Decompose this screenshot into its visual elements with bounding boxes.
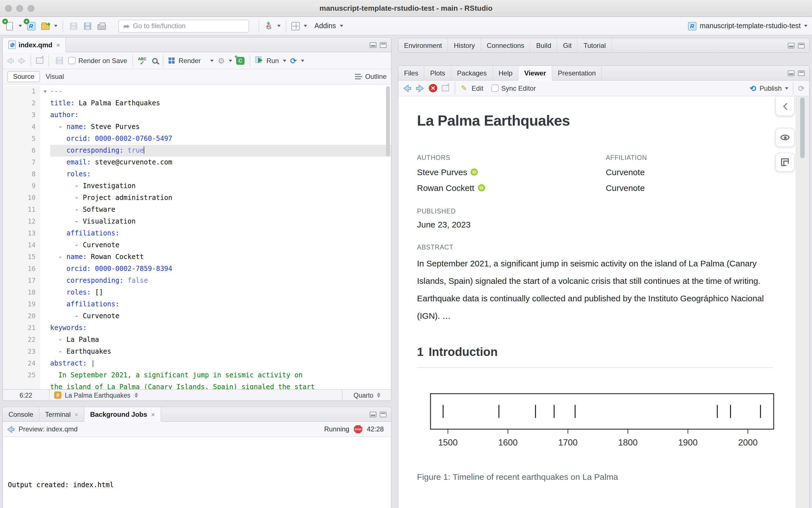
sync-editor-checkbox[interactable]: [491, 84, 498, 92]
forward-icon[interactable]: [18, 57, 25, 64]
tab-plots[interactable]: Plots: [424, 66, 451, 80]
goto-file-input[interactable]: [133, 22, 229, 30]
code-line[interactable]: 18 roles: []: [3, 287, 391, 298]
outline-button[interactable]: Outline: [365, 73, 387, 81]
close-window-icon[interactable]: [5, 5, 12, 12]
code-line[interactable]: 22 - La Palma: [3, 334, 391, 346]
tab-terminal[interactable]: Terminal×: [39, 407, 84, 421]
publish-dropdown[interactable]: [785, 87, 788, 89]
render-button[interactable]: Render: [178, 56, 201, 65]
print-button[interactable]: [96, 21, 107, 31]
addins-dropdown[interactable]: [340, 25, 343, 27]
viewer-back-icon[interactable]: [403, 84, 411, 92]
code-line[interactable]: 16 orcid: 0000-0002-7859-8394: [3, 263, 391, 275]
new-file-dropdown[interactable]: [18, 25, 22, 27]
rerun-dropdown[interactable]: [300, 59, 304, 62]
code-line[interactable]: 17 corresponding: false: [3, 275, 391, 287]
code-line[interactable]: 23 - Earthquakes: [3, 346, 391, 357]
code-line[interactable]: 8 roles:: [3, 168, 391, 180]
options-dropdown[interactable]: [229, 59, 232, 62]
tab-files[interactable]: Files: [398, 66, 424, 80]
insert-chunk-icon[interactable]: C: [236, 56, 245, 65]
back-icon[interactable]: [7, 425, 15, 433]
open-file-button[interactable]: ➜: [40, 21, 50, 31]
save-all-button[interactable]: [82, 21, 92, 31]
stop-icon[interactable]: STOP: [354, 425, 362, 433]
tab-environment[interactable]: Environment: [398, 38, 448, 53]
rerun-icon[interactable]: ⟳: [290, 56, 297, 65]
maximize-pane-icon[interactable]: [798, 70, 805, 76]
code-line[interactable]: 7 email: steve@curvenote.com: [3, 157, 391, 168]
console-output[interactable]: Output created: index.html Watching file…: [3, 437, 391, 508]
tab-git[interactable]: Git: [557, 38, 578, 53]
tab-console[interactable]: Console: [3, 407, 39, 421]
panes-dropdown[interactable]: [304, 25, 307, 27]
goto-file-search[interactable]: ➦: [118, 19, 249, 32]
new-project-button[interactable]: R+: [26, 21, 36, 31]
code-line[interactable]: 19 affiliations:: [3, 298, 391, 310]
minimize-pane-icon[interactable]: [788, 70, 795, 76]
sync-editor-toggle[interactable]: Sync Editor: [491, 84, 536, 92]
section-navigator[interactable]: # La Palma Earthquakes: [49, 390, 342, 400]
doc-format-selector[interactable]: Quarto: [342, 390, 391, 400]
code-line[interactable]: 6 corresponding: true: [3, 145, 391, 157]
addins-menu[interactable]: Addins: [315, 22, 336, 30]
minimize-window-icon[interactable]: [16, 5, 23, 12]
preview-visibility-button[interactable]: [775, 128, 795, 147]
back-icon[interactable]: [7, 57, 14, 64]
stop-viewer-icon[interactable]: ✕: [429, 84, 437, 92]
code-line[interactable]: 1▼---: [3, 86, 391, 97]
code-line[interactable]: 24abstract: |: [3, 357, 391, 370]
code-line[interactable]: 2title: La Palma Earthquakes: [3, 97, 391, 109]
edit-button[interactable]: Edit: [472, 84, 483, 92]
source-mode-button[interactable]: Source: [7, 71, 40, 82]
maximize-pane-icon[interactable]: [380, 412, 387, 417]
code-line[interactable]: 10 - Project administration: [3, 192, 391, 204]
document-preview[interactable]: La Palma Earthquakes AUTHORS AFFILIATION…: [398, 96, 796, 508]
open-in-browser-icon[interactable]: [442, 85, 449, 91]
code-editor[interactable]: 1▼---2title: La Palma Earthquakes3author…: [3, 84, 391, 389]
minimize-pane-icon[interactable]: [370, 42, 376, 48]
window-controls[interactable]: [5, 5, 34, 12]
viewer-scroll-gutter[interactable]: [796, 96, 809, 508]
open-recent-dropdown[interactable]: [54, 25, 57, 27]
maximize-pane-icon[interactable]: [798, 43, 805, 48]
code-line[interactable]: 15 - name: Rowan Cockett: [3, 251, 391, 263]
orcid-icon[interactable]: iD: [471, 168, 478, 176]
run-button[interactable]: Run: [267, 56, 279, 65]
code-line[interactable]: 13 affiliations:: [3, 227, 391, 239]
tab-background-jobs[interactable]: Background Jobs×: [84, 407, 161, 422]
project-dropdown[interactable]: [804, 25, 808, 27]
git-dropdown[interactable]: [277, 25, 281, 27]
close-tab-icon[interactable]: ×: [75, 411, 78, 418]
annotation-button[interactable]: [775, 153, 795, 172]
maximize-window-icon[interactable]: [28, 5, 34, 12]
save-button[interactable]: [68, 21, 78, 31]
code-line[interactable]: 4 - name: Steve Purves: [3, 121, 391, 133]
code-line[interactable]: 12 - Visualization: [3, 216, 391, 227]
code-line[interactable]: 5 orcid: 0000-0002-0760-5497: [3, 133, 391, 145]
tab-build[interactable]: Build: [531, 38, 557, 53]
maximize-pane-icon[interactable]: [380, 42, 387, 48]
visual-mode-button[interactable]: Visual: [46, 73, 64, 81]
close-tab-icon[interactable]: ×: [151, 411, 155, 418]
spellcheck-icon[interactable]: ABC✓: [138, 56, 146, 65]
render-on-save-checkbox[interactable]: [68, 57, 76, 64]
open-new-window-icon[interactable]: [36, 57, 43, 64]
minimize-pane-icon[interactable]: [788, 43, 795, 48]
code-line[interactable]: 14 - Curvenote: [3, 239, 391, 251]
gear-icon[interactable]: ⚙: [218, 56, 225, 65]
editor-scrollbar[interactable]: [386, 86, 390, 157]
refresh-icon[interactable]: ⟳: [798, 84, 805, 93]
tab-tutorial[interactable]: Tutorial: [578, 38, 612, 53]
code-line[interactable]: 25 In September 2021, a significant jump…: [3, 370, 391, 381]
minimize-pane-icon[interactable]: [370, 412, 376, 417]
code-line[interactable]: 9 - Investigation: [3, 180, 391, 192]
new-file-button[interactable]: +: [4, 21, 15, 31]
render-on-save-toggle[interactable]: Render on Save: [68, 56, 127, 65]
tab-help[interactable]: Help: [493, 66, 518, 80]
code-line[interactable]: 20 - Curvenote: [3, 310, 391, 322]
tab-connections[interactable]: Connections: [481, 38, 530, 53]
save-doc-button[interactable]: [54, 55, 64, 66]
viewer-forward-icon[interactable]: [416, 84, 424, 92]
